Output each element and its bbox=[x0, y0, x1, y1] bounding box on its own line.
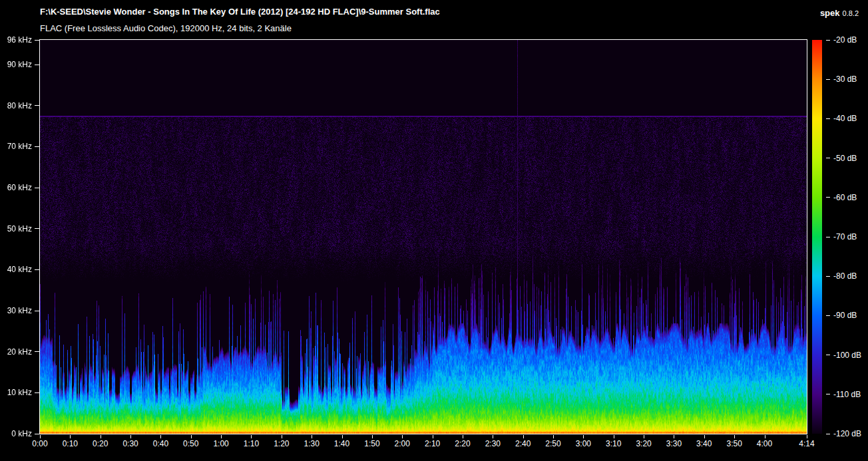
legend-tick bbox=[826, 197, 830, 198]
freq-tick-label: 30 kHz bbox=[0, 307, 32, 315]
freq-tick bbox=[35, 65, 39, 65]
legend-tick-label: -50 dB bbox=[833, 154, 857, 163]
time-tick bbox=[312, 435, 312, 438]
time-tick bbox=[191, 435, 192, 438]
legend-tick-label: -110 dB bbox=[833, 390, 861, 399]
legend-tick bbox=[826, 40, 830, 41]
time-tick bbox=[433, 435, 433, 438]
freq-tick-label: 90 kHz bbox=[0, 61, 32, 69]
legend-tick-label: -70 dB bbox=[833, 232, 857, 241]
time-tick bbox=[765, 435, 765, 438]
file-info: FLAC (Free Lossless Audio Codec), 192000… bbox=[40, 23, 292, 33]
time-tick-label: 4:00 bbox=[746, 440, 783, 448]
time-tick-label: 4:14 bbox=[788, 440, 825, 448]
legend-tick bbox=[826, 315, 830, 316]
time-tick bbox=[221, 435, 222, 438]
freq-tick bbox=[35, 228, 39, 229]
time-tick bbox=[282, 435, 282, 438]
legend-tick bbox=[826, 355, 830, 355]
time-tick bbox=[372, 435, 373, 438]
legend-gradient-bar bbox=[812, 40, 822, 434]
spectrogram-plot bbox=[39, 39, 807, 434]
freq-tick bbox=[35, 269, 39, 270]
legend-tick bbox=[826, 79, 830, 80]
legend-tick bbox=[826, 158, 830, 158]
app-version: 0.8.2 bbox=[843, 9, 859, 17]
freq-tick-label: 70 kHz bbox=[0, 142, 32, 150]
time-tick bbox=[40, 435, 41, 438]
freq-tick-label: 20 kHz bbox=[0, 348, 32, 356]
legend-tick-label: -100 dB bbox=[833, 351, 861, 360]
time-tick bbox=[674, 435, 674, 438]
freq-tick bbox=[35, 311, 39, 311]
time-tick bbox=[101, 435, 101, 438]
freq-tick-label: 0 kHz bbox=[0, 430, 32, 438]
legend-tick-label: -20 dB bbox=[833, 35, 857, 45]
legend-tick-label: -120 dB bbox=[833, 429, 861, 438]
freq-tick-label: 60 kHz bbox=[0, 184, 32, 192]
time-tick bbox=[644, 435, 644, 438]
time-tick bbox=[704, 435, 705, 438]
time-tick bbox=[734, 435, 735, 438]
freq-tick-label: 96 kHz bbox=[0, 36, 32, 44]
time-tick bbox=[583, 435, 584, 438]
time-tick bbox=[493, 435, 493, 438]
time-tick bbox=[342, 435, 343, 438]
time-tick bbox=[807, 435, 807, 438]
legend-tick bbox=[826, 394, 830, 394]
legend-tick bbox=[826, 434, 830, 434]
legend-tick-label: -60 dB bbox=[833, 193, 857, 202]
freq-tick bbox=[35, 351, 39, 352]
time-tick bbox=[614, 435, 614, 438]
app-brand: spek0.8.2 bbox=[820, 7, 859, 19]
page-title: F:\K-SEED\Stevie Wonder - Songs In The K… bbox=[40, 7, 440, 17]
freq-tick bbox=[35, 105, 39, 106]
time-tick bbox=[553, 435, 554, 438]
spectrogram-canvas bbox=[40, 40, 807, 434]
legend-tick-label: -90 dB bbox=[833, 311, 857, 320]
freq-tick bbox=[35, 40, 39, 41]
freq-tick bbox=[35, 434, 39, 434]
freq-tick bbox=[35, 392, 39, 393]
time-tick bbox=[160, 435, 161, 438]
time-tick bbox=[130, 435, 131, 438]
time-tick bbox=[402, 435, 403, 438]
time-tick bbox=[523, 435, 524, 438]
legend-tick-label: -80 dB bbox=[833, 271, 857, 281]
freq-tick bbox=[35, 146, 39, 147]
freq-tick-label: 80 kHz bbox=[0, 102, 32, 110]
time-tick bbox=[251, 435, 252, 438]
freq-tick bbox=[35, 188, 39, 188]
freq-tick-label: 10 kHz bbox=[0, 388, 32, 396]
freq-tick-label: 40 kHz bbox=[0, 265, 32, 273]
legend-tick-label: -30 dB bbox=[833, 75, 857, 84]
freq-tick-label: 50 kHz bbox=[0, 225, 32, 233]
legend-tick bbox=[826, 276, 830, 277]
app-name: spek bbox=[820, 8, 840, 18]
legend-tick bbox=[826, 237, 830, 237]
time-tick bbox=[463, 435, 463, 438]
legend-tick bbox=[826, 118, 830, 119]
legend-tick-label: -40 dB bbox=[833, 114, 857, 123]
time-tick bbox=[70, 435, 71, 438]
